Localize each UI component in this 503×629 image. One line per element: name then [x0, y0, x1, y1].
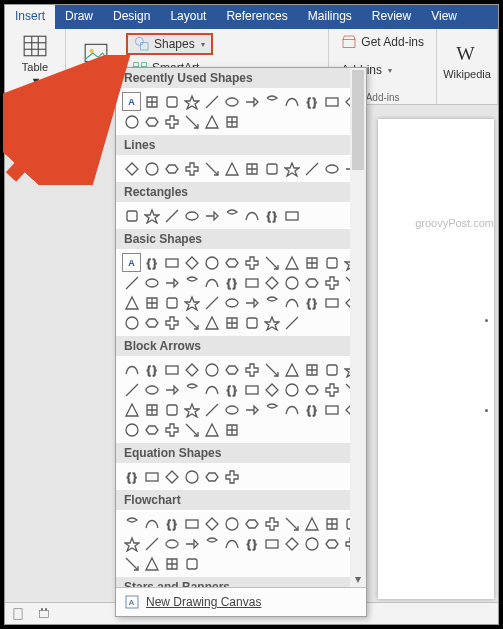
- shape-item[interactable]: [142, 554, 161, 573]
- tab-references[interactable]: References: [216, 5, 297, 29]
- shape-item[interactable]: [282, 514, 301, 533]
- shape-item[interactable]: { }: [222, 380, 241, 399]
- shape-item[interactable]: [142, 112, 161, 131]
- shape-item[interactable]: [122, 313, 141, 332]
- shape-item[interactable]: [122, 159, 141, 178]
- shape-item[interactable]: [162, 360, 181, 379]
- shape-item[interactable]: [262, 360, 281, 379]
- shape-item[interactable]: [122, 360, 141, 379]
- shape-item[interactable]: [142, 313, 161, 332]
- shape-item[interactable]: [182, 534, 201, 553]
- shape-item[interactable]: [162, 313, 181, 332]
- shape-item[interactable]: [222, 92, 241, 111]
- shape-item[interactable]: [162, 400, 181, 419]
- tab-view[interactable]: View: [421, 5, 467, 29]
- shape-item[interactable]: [222, 112, 241, 131]
- dropdown-scrollbar[interactable]: ▾: [350, 68, 366, 587]
- shape-item[interactable]: [262, 293, 281, 312]
- shape-item[interactable]: [122, 400, 141, 419]
- shape-item[interactable]: [202, 467, 221, 486]
- tab-design[interactable]: Design: [103, 5, 160, 29]
- shape-item[interactable]: [202, 92, 221, 111]
- shape-item[interactable]: { }: [302, 92, 321, 111]
- shape-item[interactable]: [182, 400, 201, 419]
- shape-item[interactable]: [282, 313, 301, 332]
- shape-item[interactable]: [162, 554, 181, 573]
- shape-item[interactable]: [282, 360, 301, 379]
- table-button[interactable]: Table ▼: [11, 31, 59, 89]
- shape-item[interactable]: [302, 514, 321, 533]
- shape-item[interactable]: [122, 112, 141, 131]
- tab-draw[interactable]: Draw: [55, 5, 103, 29]
- shape-item[interactable]: [302, 360, 321, 379]
- shape-item[interactable]: [202, 360, 221, 379]
- tab-review[interactable]: Review: [362, 5, 421, 29]
- shape-item[interactable]: [202, 420, 221, 439]
- shape-item[interactable]: [282, 92, 301, 111]
- shape-item[interactable]: [142, 159, 161, 178]
- shape-item[interactable]: [282, 273, 301, 292]
- shape-item[interactable]: [182, 253, 201, 272]
- shape-item[interactable]: [222, 206, 241, 225]
- shape-item[interactable]: [202, 534, 221, 553]
- shape-item[interactable]: [322, 253, 341, 272]
- shape-item[interactable]: [142, 206, 161, 225]
- shape-item[interactable]: [122, 380, 141, 399]
- shape-item[interactable]: [182, 159, 201, 178]
- shape-item[interactable]: [322, 92, 341, 111]
- shape-item[interactable]: [222, 400, 241, 419]
- shape-item[interactable]: [302, 534, 321, 553]
- shape-item[interactable]: [322, 514, 341, 533]
- shape-item[interactable]: [162, 112, 181, 131]
- shape-item[interactable]: [142, 400, 161, 419]
- shape-item[interactable]: [162, 253, 181, 272]
- new-drawing-canvas-item[interactable]: A New Drawing Canvas: [116, 587, 366, 616]
- shape-item[interactable]: [202, 313, 221, 332]
- shape-item[interactable]: [142, 293, 161, 312]
- shape-item[interactable]: [242, 313, 261, 332]
- shape-item[interactable]: [282, 400, 301, 419]
- shape-item[interactable]: [142, 380, 161, 399]
- shape-item[interactable]: [142, 514, 161, 533]
- shape-item[interactable]: [282, 206, 301, 225]
- shape-item[interactable]: [242, 159, 261, 178]
- shape-item[interactable]: [242, 400, 261, 419]
- shape-item[interactable]: [202, 206, 221, 225]
- shape-item[interactable]: [142, 273, 161, 292]
- shape-item[interactable]: [262, 380, 281, 399]
- shape-item[interactable]: [302, 380, 321, 399]
- shape-item[interactable]: [182, 420, 201, 439]
- shape-item[interactable]: [182, 92, 201, 111]
- shape-item[interactable]: [322, 273, 341, 292]
- shape-item[interactable]: [322, 293, 341, 312]
- shape-item[interactable]: [262, 253, 281, 272]
- shape-item[interactable]: [222, 253, 241, 272]
- shapes-button[interactable]: Shapes ▾: [126, 33, 213, 55]
- shape-item[interactable]: [182, 360, 201, 379]
- shape-item[interactable]: { }: [122, 467, 141, 486]
- shape-item[interactable]: [242, 380, 261, 399]
- shape-item[interactable]: [202, 514, 221, 533]
- shape-item[interactable]: [222, 467, 241, 486]
- shape-item[interactable]: [162, 273, 181, 292]
- shape-item[interactable]: [182, 313, 201, 332]
- shape-item[interactable]: [122, 293, 141, 312]
- shape-item[interactable]: { }: [222, 273, 241, 292]
- shape-item[interactable]: [142, 92, 161, 111]
- shape-item[interactable]: [242, 293, 261, 312]
- shape-item[interactable]: [142, 467, 161, 486]
- shape-item[interactable]: [282, 380, 301, 399]
- document-page[interactable]: [378, 119, 494, 599]
- shape-item[interactable]: [182, 380, 201, 399]
- shape-item[interactable]: [242, 360, 261, 379]
- shape-item[interactable]: [282, 534, 301, 553]
- shape-item[interactable]: [322, 380, 341, 399]
- shape-item[interactable]: [122, 420, 141, 439]
- shape-item[interactable]: [302, 273, 321, 292]
- pictures-button[interactable]: Pictures: [72, 31, 120, 89]
- shape-item[interactable]: [202, 293, 221, 312]
- shape-item[interactable]: [162, 420, 181, 439]
- shape-item[interactable]: [302, 159, 321, 178]
- shape-item[interactable]: [122, 206, 141, 225]
- shape-item[interactable]: [182, 467, 201, 486]
